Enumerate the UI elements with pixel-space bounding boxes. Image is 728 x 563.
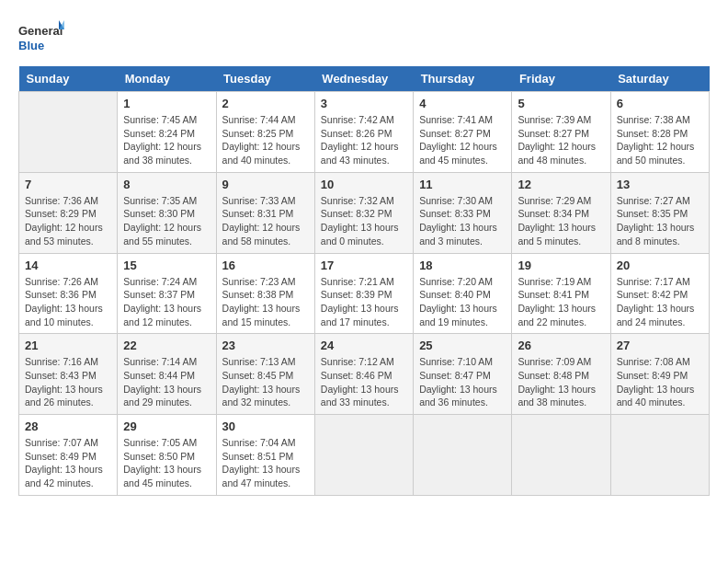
day-info: Sunrise: 7:17 AMSunset: 8:42 PMDaylight:… (617, 275, 703, 329)
day-number: 5 (518, 97, 604, 110)
day-number: 14 (25, 259, 111, 272)
calendar-cell (414, 415, 512, 496)
calendar-cell: 30Sunrise: 7:04 AMSunset: 8:51 PMDayligh… (216, 415, 314, 496)
calendar-cell (512, 415, 610, 496)
day-info: Sunrise: 7:24 AMSunset: 8:37 PMDaylight:… (123, 275, 210, 329)
day-number: 28 (25, 419, 111, 433)
day-info: Sunrise: 7:36 AMSunset: 8:29 PMDaylight:… (25, 194, 111, 248)
day-number: 25 (419, 339, 506, 352)
day-info: Sunrise: 7:08 AMSunset: 8:49 PMDaylight:… (617, 355, 703, 409)
day-info: Sunrise: 7:26 AMSunset: 8:36 PMDaylight:… (25, 275, 111, 329)
day-number: 6 (617, 97, 703, 110)
day-info: Sunrise: 7:29 AMSunset: 8:34 PMDaylight:… (518, 194, 604, 248)
day-number: 8 (123, 178, 210, 191)
calendar-cell: 25Sunrise: 7:10 AMSunset: 8:47 PMDayligh… (414, 334, 512, 415)
day-number: 7 (25, 178, 111, 191)
calendar-cell: 17Sunrise: 7:21 AMSunset: 8:39 PMDayligh… (314, 253, 413, 334)
day-info: Sunrise: 7:39 AMSunset: 8:27 PMDaylight:… (518, 113, 604, 167)
calendar-cell: 24Sunrise: 7:12 AMSunset: 8:46 PMDayligh… (314, 334, 413, 415)
calendar-cell: 7Sunrise: 7:36 AMSunset: 8:29 PMDaylight… (19, 172, 118, 253)
calendar-table: SundayMondayTuesdayWednesdayThursdayFrid… (18, 66, 710, 496)
calendar-day-header: Sunday (19, 66, 118, 92)
calendar-cell: 21Sunrise: 7:16 AMSunset: 8:43 PMDayligh… (19, 334, 118, 415)
calendar-cell: 28Sunrise: 7:07 AMSunset: 8:49 PMDayligh… (19, 415, 118, 496)
calendar-cell: 16Sunrise: 7:23 AMSunset: 8:38 PMDayligh… (216, 253, 314, 334)
day-info: Sunrise: 7:30 AMSunset: 8:33 PMDaylight:… (419, 194, 506, 248)
day-info: Sunrise: 7:16 AMSunset: 8:43 PMDaylight:… (25, 355, 111, 409)
calendar-week-row: 28Sunrise: 7:07 AMSunset: 8:49 PMDayligh… (19, 415, 710, 496)
calendar-day-header: Wednesday (314, 66, 413, 92)
day-info: Sunrise: 7:32 AMSunset: 8:32 PMDaylight:… (321, 194, 407, 248)
day-info: Sunrise: 7:09 AMSunset: 8:48 PMDaylight:… (518, 355, 604, 409)
calendar-day-header: Friday (512, 66, 610, 92)
calendar-cell: 26Sunrise: 7:09 AMSunset: 8:48 PMDayligh… (512, 334, 610, 415)
day-info: Sunrise: 7:21 AMSunset: 8:39 PMDaylight:… (321, 275, 407, 329)
day-number: 18 (419, 259, 506, 272)
day-number: 1 (123, 97, 210, 110)
calendar-cell: 12Sunrise: 7:29 AMSunset: 8:34 PMDayligh… (512, 172, 610, 253)
day-number: 17 (321, 259, 407, 272)
day-number: 20 (617, 259, 703, 272)
calendar-cell: 18Sunrise: 7:20 AMSunset: 8:40 PMDayligh… (414, 253, 512, 334)
calendar-cell: 13Sunrise: 7:27 AMSunset: 8:35 PMDayligh… (610, 172, 709, 253)
day-info: Sunrise: 7:20 AMSunset: 8:40 PMDaylight:… (419, 275, 506, 329)
calendar-day-header: Saturday (610, 66, 709, 92)
day-number: 30 (222, 419, 309, 433)
day-info: Sunrise: 7:05 AMSunset: 8:50 PMDaylight:… (123, 436, 210, 490)
logo: General Blue (18, 18, 64, 57)
day-number: 29 (123, 419, 210, 433)
calendar-cell: 19Sunrise: 7:19 AMSunset: 8:41 PMDayligh… (512, 253, 610, 334)
day-info: Sunrise: 7:14 AMSunset: 8:44 PMDaylight:… (123, 355, 210, 409)
calendar-day-header: Thursday (414, 66, 512, 92)
calendar-cell: 8Sunrise: 7:35 AMSunset: 8:30 PMDaylight… (118, 172, 216, 253)
calendar-cell: 3Sunrise: 7:42 AMSunset: 8:26 PMDaylight… (314, 92, 413, 173)
day-number: 16 (222, 259, 309, 272)
calendar-header-row: SundayMondayTuesdayWednesdayThursdayFrid… (19, 66, 710, 92)
calendar-day-header: Monday (118, 66, 216, 92)
day-info: Sunrise: 7:13 AMSunset: 8:45 PMDaylight:… (222, 355, 309, 409)
day-number: 27 (617, 339, 703, 352)
day-number: 19 (518, 259, 604, 272)
calendar-cell: 9Sunrise: 7:33 AMSunset: 8:31 PMDaylight… (216, 172, 314, 253)
svg-text:Blue: Blue (18, 39, 44, 52)
day-number: 24 (321, 339, 407, 352)
day-info: Sunrise: 7:07 AMSunset: 8:49 PMDaylight:… (25, 436, 111, 490)
calendar-week-row: 14Sunrise: 7:26 AMSunset: 8:36 PMDayligh… (19, 253, 710, 334)
calendar-week-row: 21Sunrise: 7:16 AMSunset: 8:43 PMDayligh… (19, 334, 710, 415)
day-number: 22 (123, 339, 210, 352)
calendar-cell: 23Sunrise: 7:13 AMSunset: 8:45 PMDayligh… (216, 334, 314, 415)
calendar-day-header: Tuesday (216, 66, 314, 92)
day-info: Sunrise: 7:41 AMSunset: 8:27 PMDaylight:… (419, 113, 506, 167)
day-number: 9 (222, 178, 309, 191)
calendar-week-row: 1Sunrise: 7:45 AMSunset: 8:24 PMDaylight… (19, 92, 710, 173)
calendar-cell: 29Sunrise: 7:05 AMSunset: 8:50 PMDayligh… (118, 415, 216, 496)
day-number: 26 (518, 339, 604, 352)
logo-svg: General Blue (18, 18, 64, 57)
day-number: 15 (123, 259, 210, 272)
calendar-cell: 6Sunrise: 7:38 AMSunset: 8:28 PMDaylight… (610, 92, 709, 173)
calendar-cell: 22Sunrise: 7:14 AMSunset: 8:44 PMDayligh… (118, 334, 216, 415)
calendar-cell (314, 415, 413, 496)
day-info: Sunrise: 7:33 AMSunset: 8:31 PMDaylight:… (222, 194, 309, 248)
day-number: 12 (518, 178, 604, 191)
day-info: Sunrise: 7:44 AMSunset: 8:25 PMDaylight:… (222, 113, 309, 167)
calendar-cell (19, 92, 118, 173)
day-number: 13 (617, 178, 703, 191)
calendar-cell: 2Sunrise: 7:44 AMSunset: 8:25 PMDaylight… (216, 92, 314, 173)
day-info: Sunrise: 7:42 AMSunset: 8:26 PMDaylight:… (321, 113, 407, 167)
day-info: Sunrise: 7:35 AMSunset: 8:30 PMDaylight:… (123, 194, 210, 248)
calendar-cell: 11Sunrise: 7:30 AMSunset: 8:33 PMDayligh… (414, 172, 512, 253)
day-number: 11 (419, 178, 506, 191)
day-number: 3 (321, 97, 407, 110)
day-number: 23 (222, 339, 309, 352)
day-info: Sunrise: 7:38 AMSunset: 8:28 PMDaylight:… (617, 113, 703, 167)
day-info: Sunrise: 7:12 AMSunset: 8:46 PMDaylight:… (321, 355, 407, 409)
day-info: Sunrise: 7:19 AMSunset: 8:41 PMDaylight:… (518, 275, 604, 329)
calendar-cell: 14Sunrise: 7:26 AMSunset: 8:36 PMDayligh… (19, 253, 118, 334)
calendar-cell: 15Sunrise: 7:24 AMSunset: 8:37 PMDayligh… (118, 253, 216, 334)
calendar-cell: 27Sunrise: 7:08 AMSunset: 8:49 PMDayligh… (610, 334, 709, 415)
calendar-cell: 20Sunrise: 7:17 AMSunset: 8:42 PMDayligh… (610, 253, 709, 334)
calendar-cell: 4Sunrise: 7:41 AMSunset: 8:27 PMDaylight… (414, 92, 512, 173)
day-number: 21 (25, 339, 111, 352)
day-info: Sunrise: 7:45 AMSunset: 8:24 PMDaylight:… (123, 113, 210, 167)
